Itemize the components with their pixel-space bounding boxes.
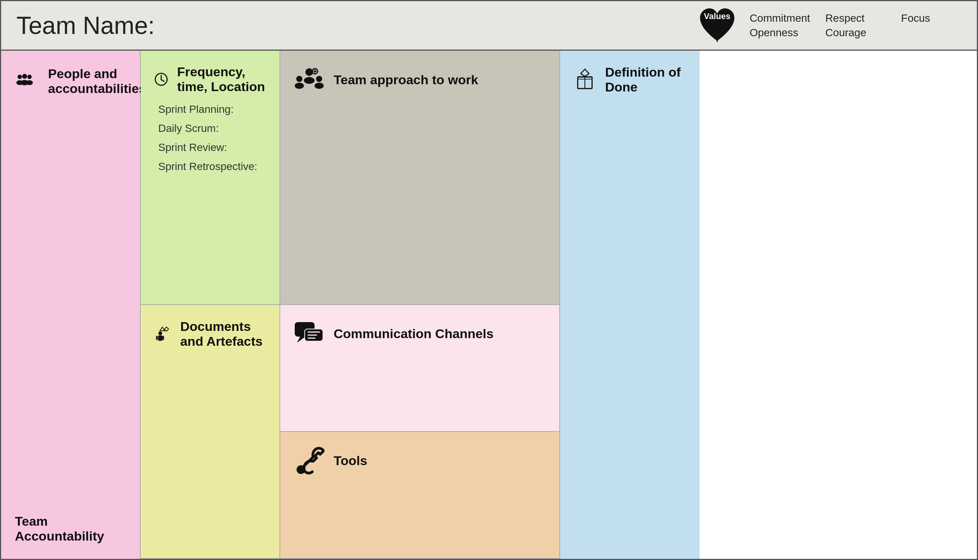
sprint-retrospective: Sprint Retrospective:	[158, 160, 266, 173]
svg-rect-33	[162, 335, 164, 340]
communication-icon	[294, 319, 325, 349]
svg-marker-35	[297, 337, 305, 343]
cell-tools: Tools	[280, 432, 559, 558]
value-courage: Courage	[825, 27, 886, 39]
frequency-title: Frequency, time, Location	[177, 65, 266, 94]
svg-line-22	[581, 73, 585, 76]
svg-marker-21	[581, 69, 589, 76]
svg-rect-32	[156, 335, 157, 340]
svg-point-12	[295, 83, 304, 89]
svg-point-5	[26, 80, 33, 85]
svg-point-13	[316, 76, 322, 82]
team-approach-header: Team approach to work	[294, 65, 546, 95]
svg-point-4	[27, 75, 32, 79]
definition-icon	[574, 65, 596, 95]
documents-title: Documents and Artefacts	[180, 319, 266, 349]
cell-communication-wrapper: Communication Channels Tools	[280, 305, 560, 559]
team-approach-icon	[294, 65, 325, 95]
values-heart: Values	[696, 5, 738, 47]
header: Team Name: Values Commitment Respect Foc…	[1, 1, 977, 51]
communication-header: Communication Channels	[294, 319, 546, 349]
cell-documents: Documents and Artefacts	[141, 305, 280, 559]
svg-point-30	[158, 331, 162, 335]
value-focus: Focus	[901, 12, 961, 24]
svg-point-14	[315, 83, 324, 89]
clock-icon	[155, 67, 168, 92]
tools-header: Tools	[294, 446, 546, 476]
cell-people: People and accountabilities Team Account…	[1, 51, 141, 559]
definition-header: Definition of Done	[574, 65, 686, 95]
documents-header: Documents and Artefacts	[155, 319, 266, 349]
svg-rect-31	[158, 335, 162, 340]
svg-line-23	[585, 73, 589, 76]
svg-marker-29	[160, 327, 165, 330]
team-name-label: Team Name:	[17, 12, 696, 40]
svg-point-16	[314, 70, 316, 72]
svg-point-10	[304, 77, 315, 84]
cell-team-approach: Team approach to work	[280, 51, 560, 305]
value-empty	[901, 27, 961, 39]
communication-title: Communication Channels	[333, 326, 493, 341]
people-header: People and accountabilities	[15, 66, 157, 97]
value-respect: Respect	[825, 12, 886, 24]
frequency-header: Frequency, time, Location	[155, 65, 266, 94]
daily-scrum: Daily Scrum:	[158, 122, 266, 135]
svg-point-11	[296, 76, 302, 82]
sprint-review: Sprint Review:	[158, 142, 266, 153]
main-grid: People and accountabilities Team Account…	[1, 51, 977, 559]
cell-communication: Communication Channels	[280, 305, 559, 432]
tools-title: Tools	[333, 453, 367, 468]
svg-line-8	[161, 80, 164, 81]
values-badge-text: Values	[704, 12, 731, 22]
sprint-planning: Sprint Planning:	[158, 103, 266, 115]
team-accountability-label: Team Accountability	[15, 498, 126, 543]
value-openness: Openness	[750, 27, 810, 39]
definition-title: Definition of Done	[605, 65, 686, 95]
people-icon	[15, 66, 34, 97]
values-labels: Commitment Respect Focus Openness Courag…	[750, 12, 961, 39]
heart-icon	[696, 5, 738, 47]
tools-icon	[294, 446, 325, 476]
cell-frequency: Frequency, time, Location Sprint Plannin…	[141, 51, 280, 305]
svg-point-2	[22, 74, 27, 79]
value-commitment: Commitment	[750, 12, 810, 24]
svg-point-40	[297, 465, 305, 474]
cell-definition: Definition of Done	[560, 51, 700, 559]
values-section: Values Commitment Respect Focus Openness…	[696, 5, 961, 47]
svg-point-0	[18, 75, 22, 79]
artefacts-icon	[155, 319, 171, 349]
team-approach-title: Team approach to work	[333, 72, 478, 87]
